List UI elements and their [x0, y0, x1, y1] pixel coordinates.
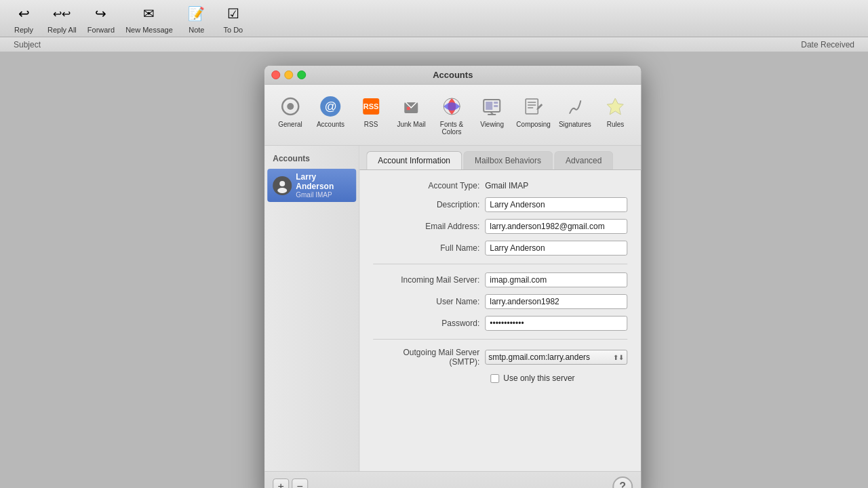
- smtp-arrow-icon: ⬆⬇: [613, 354, 624, 361]
- accounts-icon: @: [319, 94, 343, 119]
- reply-all-label: Reply All: [47, 26, 77, 34]
- prefs-toolbar: General @ Accounts RSS RSS: [264, 85, 641, 146]
- pref-accounts[interactable]: @ Accounts: [312, 90, 350, 140]
- sidebar-header: Accounts: [264, 151, 359, 169]
- smtp-value: smtp.gmail.com:larry.anders: [488, 352, 590, 362]
- forward-icon: ↪: [90, 3, 112, 24]
- fullname-row: Full Name:: [373, 241, 627, 256]
- new-message-button[interactable]: ✉ New Message: [121, 0, 177, 37]
- date-received-column-header: Date Received: [434, 40, 854, 49]
- smtp-dropdown[interactable]: smtp.gmail.com:larry.anders ⬆⬇: [485, 350, 627, 365]
- forward-label: Forward: [87, 26, 115, 34]
- svg-point-1: [287, 103, 294, 110]
- svg-rect-9: [494, 105, 498, 107]
- divider-1: [373, 264, 627, 264]
- email-input[interactable]: [485, 219, 627, 234]
- fonts-colors-icon: [439, 94, 464, 119]
- rss-label: RSS: [364, 121, 378, 128]
- password-label: Password:: [373, 319, 485, 328]
- tab-mailbox-behaviors[interactable]: Mailbox Behaviors: [463, 151, 553, 169]
- pref-general[interactable]: General: [271, 90, 309, 140]
- use-only-checkbox[interactable]: [490, 374, 499, 383]
- username-input[interactable]: [485, 294, 627, 309]
- pref-composing[interactable]: Composing: [513, 90, 553, 140]
- composing-icon: [521, 94, 546, 119]
- maximize-button[interactable]: [297, 70, 306, 79]
- remove-account-button[interactable]: −: [292, 479, 308, 489]
- description-input[interactable]: [485, 197, 627, 212]
- general-icon: [278, 94, 302, 119]
- reply-label: Reply: [14, 26, 33, 34]
- account-type-value: Gmail IMAP: [485, 181, 528, 190]
- password-input[interactable]: [485, 316, 627, 331]
- description-label: Description:: [373, 200, 485, 209]
- add-account-button[interactable]: +: [273, 479, 289, 489]
- description-row: Description:: [373, 197, 627, 212]
- accounts-sidebar: Accounts Larry Anderson Gmail IMAP: [264, 146, 359, 471]
- fonts-colors-label: Fonts & Colors: [435, 121, 468, 136]
- todo-label: To Do: [223, 26, 243, 34]
- pref-rules[interactable]: Rules: [597, 90, 635, 140]
- column-headers: Subject Date Received: [0, 37, 868, 52]
- tab-account-information[interactable]: Account Information: [366, 151, 462, 169]
- use-only-row: Use only this server: [490, 373, 627, 383]
- general-label: General: [278, 121, 302, 128]
- pref-viewing[interactable]: Viewing: [473, 90, 511, 140]
- incoming-server-input[interactable]: [485, 272, 627, 287]
- note-button[interactable]: 📝 Note: [180, 0, 214, 37]
- sidebar-item-larry-anderson[interactable]: Larry Anderson Gmail IMAP: [267, 169, 356, 202]
- reply-icon: ↩: [13, 3, 35, 24]
- junk-mail-icon: [399, 94, 424, 119]
- tab-advanced[interactable]: Advanced: [554, 151, 613, 169]
- main-area: Accounts General @ Accounts: [0, 52, 868, 488]
- incoming-server-label: Incoming Mail Server:: [373, 275, 485, 285]
- pref-rss[interactable]: RSS RSS: [352, 90, 390, 140]
- account-name: Larry Anderson: [296, 172, 351, 191]
- modal-content: Accounts Larry Anderson Gmail IMAP: [264, 146, 641, 471]
- fullname-input[interactable]: [485, 241, 627, 256]
- pref-fonts-colors[interactable]: Fonts & Colors: [433, 90, 471, 140]
- account-type-row: Account Type: Gmail IMAP: [373, 181, 627, 190]
- rss-icon: RSS: [359, 94, 383, 119]
- new-message-icon: ✉: [138, 3, 160, 24]
- svg-point-18: [277, 188, 287, 193]
- accounts-window: Accounts General @ Accounts: [264, 66, 641, 488]
- incoming-server-row: Incoming Mail Server:: [373, 272, 627, 287]
- forward-button[interactable]: ↪ Forward: [83, 0, 119, 37]
- pref-signatures[interactable]: Signatures: [556, 90, 594, 140]
- use-only-label: Use only this server: [503, 373, 574, 383]
- todo-button[interactable]: ☑ To Do: [216, 0, 250, 37]
- help-button[interactable]: ?: [612, 476, 633, 489]
- reply-all-button[interactable]: ↩↩ Reply All: [43, 0, 81, 37]
- bottom-left-controls: + −: [273, 479, 308, 489]
- accounts-label: Accounts: [317, 121, 344, 128]
- signatures-label: Signatures: [559, 121, 591, 128]
- viewing-icon: [480, 94, 505, 119]
- account-avatar: [273, 176, 292, 195]
- close-button[interactable]: [271, 70, 280, 79]
- pref-junk-mail[interactable]: Junk Mail: [393, 90, 431, 140]
- svg-marker-16: [608, 98, 624, 115]
- viewing-label: Viewing: [480, 121, 504, 128]
- composing-label: Composing: [516, 121, 551, 128]
- username-row: User Name:: [373, 294, 627, 309]
- email-row: Email Address:: [373, 219, 627, 234]
- rules-icon: [604, 94, 628, 119]
- tab-bar: Account Information Mailbox Behaviors Ad…: [359, 146, 641, 170]
- username-label: User Name:: [373, 297, 485, 306]
- minimize-button[interactable]: [284, 70, 293, 79]
- right-panel: Account Information Mailbox Behaviors Ad…: [359, 146, 641, 471]
- window-title: Accounts: [433, 70, 473, 80]
- modal-bottom: + − ?: [264, 471, 641, 488]
- password-row: Password:: [373, 316, 627, 331]
- account-type-label: Account Type:: [373, 181, 485, 190]
- svg-rect-8: [494, 102, 498, 104]
- fullname-label: Full Name:: [373, 243, 485, 253]
- signatures-icon: [563, 94, 587, 119]
- svg-point-17: [279, 181, 285, 186]
- smtp-label: Outgoing Mail Server (SMTP):: [373, 348, 485, 367]
- divider-2: [373, 339, 627, 340]
- svg-rect-7: [486, 102, 493, 110]
- rules-label: Rules: [607, 121, 625, 128]
- reply-button[interactable]: ↩ Reply: [7, 0, 41, 37]
